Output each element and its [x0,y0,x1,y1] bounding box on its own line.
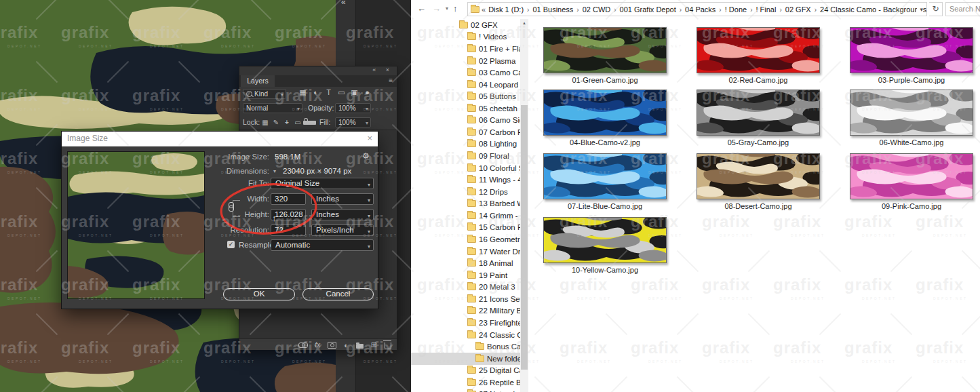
tab-layers[interactable]: Layers [241,75,275,87]
address-bar[interactable]: « Disk 1 (D:)›01 Business›02 CWD›001 Gra… [467,2,927,16]
breadcrumb-separator-icon[interactable]: › [926,6,927,14]
file-thumbnail[interactable] [543,27,667,73]
file-thumbnail[interactable] [697,27,820,73]
fit-to-label: Fit To: [189,179,269,187]
resolution-unit-dropdown[interactable]: Pixels/Inch ▾ [311,224,374,236]
up-icon[interactable]: ↑ [453,3,458,14]
file-name[interactable]: 09-Pink-Camo.jpg [844,202,979,210]
panel-collapse-close-icons[interactable]: « × [372,66,393,73]
chevron-down-icon: ▾ [368,211,370,221]
explorer-window: ← → ▾ ↑ « Disk 1 (D:)›01 Business›02 CWD… [410,0,980,392]
width-input[interactable]: 320 [271,193,306,205]
filter-adjustment-layers-icon[interactable]: ◐ [309,88,322,96]
file-thumbnail[interactable] [543,90,667,136]
file-name[interactable]: 10-Yellow-Camo.jpg [537,266,673,274]
search-input[interactable]: Search Ne... [945,2,980,16]
opacity-label: Opacity: [308,104,334,112]
lock-all-icon[interactable] [303,117,314,126]
file-name[interactable]: 05-Gray-Camo.jpg [690,138,826,146]
breadcrumb-segment[interactable]: 01 Business [532,5,573,14]
dialog-title: Image Size [67,134,108,143]
chevron-down-icon: ▾ [366,119,368,128]
image-preview[interactable] [67,151,205,299]
breadcrumb-separator-icon[interactable]: › [676,6,685,14]
lock-position-icon[interactable]: + [281,119,292,126]
resolution-input[interactable]: 72 [271,224,306,236]
breadcrumb-separator-icon[interactable]: › [776,6,785,14]
delete-layer-icon[interactable] [385,342,391,349]
ok-button[interactable]: OK [223,288,295,300]
breadcrumb-segment[interactable]: Disk 1 (D:) [488,5,524,14]
file-name[interactable]: 06-White-Camo.jpg [844,138,979,146]
breadcrumb-overflow-icon[interactable]: « [479,5,488,14]
breadcrumb-separator-icon[interactable]: › [747,6,756,14]
lock-pixels-icon[interactable]: ✎ [271,119,281,126]
add-layer-mask-icon[interactable] [328,342,336,349]
fill-label: Fill: [319,118,330,126]
breadcrumb-segment[interactable]: 04 Packs [685,5,716,14]
resample-dropdown[interactable]: Automatic ▾ [271,239,374,251]
file-thumbnail[interactable] [850,153,973,199]
breadcrumb-segment[interactable]: 02 GFX [785,5,811,14]
file-thumbnail[interactable] [697,90,820,136]
filter-smart-objects-icon[interactable]: ▣ [348,88,361,97]
dimensions-dropdown-icon[interactable]: ▾ [273,168,276,174]
file-name[interactable]: 08-Desert-Camo.jpg [690,202,826,210]
chevron-down-icon: ▾ [368,241,370,252]
image-size-label: Image Size: [189,153,269,161]
layer-filter-icons: ▦◐T▭▣● [296,88,374,97]
blend-mode-dropdown[interactable]: Normal ▾ [243,103,302,113]
new-group-icon[interactable] [356,344,364,349]
breadcrumb-segment[interactable]: 001 Grafix Depot [620,5,676,14]
breadcrumb-separator-icon[interactable]: › [610,6,619,14]
breadcrumb-segment[interactable]: ! Done [725,5,747,14]
dock-collapse-icon[interactable]: « [341,0,346,7]
link-layers-icon[interactable] [298,342,307,347]
breadcrumb-segment[interactable]: ! Final [756,5,776,14]
file-thumbnail[interactable] [543,153,667,199]
new-adjustment-layer-icon[interactable]: ◐ [344,341,349,349]
layers-lock-row: Lock: ▦✎+▭ Fill: 100% ▾ [239,115,397,130]
lock-transparency-icon[interactable]: ▦ [260,119,271,126]
refresh-button[interactable]: ↻ [929,2,943,16]
address-folder-icon [471,6,479,13]
address-dropdown-icon[interactable]: ▾ [917,6,923,13]
resample-checkbox[interactable]: ✓ [227,241,235,248]
breadcrumb-separator-icon[interactable]: › [524,6,532,14]
fill-dropdown[interactable]: 100% ▾ [335,117,371,128]
breadcrumb-separator-icon[interactable]: › [573,6,582,14]
file-thumbnail[interactable] [850,27,973,73]
file-thumbnail[interactable] [697,153,820,199]
close-icon[interactable]: × [367,133,372,143]
layer-filter-kind-dropdown[interactable]: Kind ▾ [243,89,286,99]
cancel-button[interactable]: Cancel [302,288,374,300]
dialog-titlebar[interactable]: Image Size × [62,132,378,146]
filter-pixel-layers-icon[interactable]: ▦ [296,88,309,97]
breadcrumb-separator-icon[interactable]: › [716,6,724,14]
file-name[interactable]: 01-Green-Camo.jpg [537,76,673,84]
recent-locations-icon[interactable]: ▾ [446,5,448,12]
file-name[interactable]: 03-Purple-Camo.jpg [844,76,979,84]
back-icon[interactable]: ← [417,3,426,14]
file-name[interactable]: 04-Blue-Camo-v2.jpg [537,138,673,146]
gear-icon[interactable]: ⚙ [362,151,370,161]
new-layer-icon[interactable]: ⊞ [371,340,377,349]
file-name[interactable]: 02-Red-Camo.jpg [690,76,826,84]
panel-menu-icon[interactable]: ≡ [389,77,393,84]
file-name[interactable]: 07-Lite-Blue-Camo.jpg [537,202,673,210]
file-thumbnail[interactable] [850,90,973,136]
filter-type-layers-icon[interactable]: T [322,88,335,96]
resolution-label: Resolution: [189,226,269,234]
breadcrumb-segment[interactable]: 24 Classic Camo - Backgrounds [820,5,926,14]
layer-style-fx-icon[interactable]: fx [315,341,320,349]
lock-artboard-icon[interactable]: ▭ [292,119,303,126]
file-thumbnail[interactable] [543,217,667,263]
fit-to-dropdown[interactable]: Original Size ▾ [271,178,374,189]
height-unit-dropdown[interactable]: Inches ▾ [311,209,374,220]
breadcrumb-segment[interactable]: 02 CWD [583,5,611,14]
opacity-dropdown[interactable]: 100% ▾ [335,103,371,113]
width-unit-dropdown[interactable]: Inches ▾ [311,193,374,205]
filter-toggle-icon[interactable]: ● [361,88,374,96]
filter-shape-layers-icon[interactable]: ▭ [335,88,348,97]
breadcrumb-separator-icon[interactable]: › [811,6,820,14]
